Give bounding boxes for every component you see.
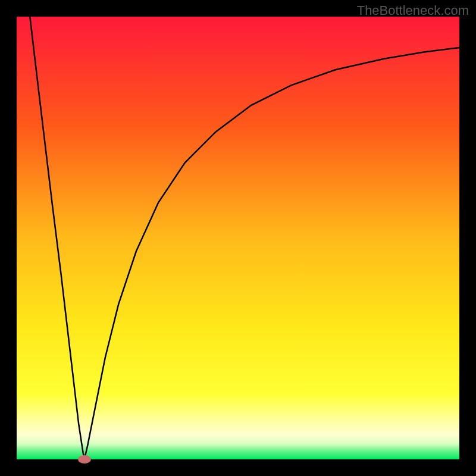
- chart-svg: [17, 17, 459, 459]
- watermark-text: TheBottleneck.com: [357, 3, 469, 18]
- gradient-background: [17, 17, 459, 459]
- optimal-point-marker: [78, 455, 91, 464]
- chart-plot-area: [17, 17, 459, 459]
